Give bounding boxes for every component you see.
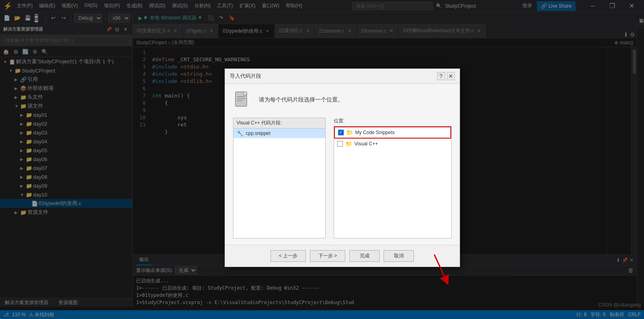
dialog-title-bar: 导入代码片段 ? ✕ [225, 69, 460, 84]
import-snippet-dialog: 导入代码片段 ? ✕ 请为每 [225, 68, 460, 267]
cancel-button[interactable]: 取消 [384, 250, 414, 262]
location-item-my-snippets[interactable]: ✓ 📁 My Code Snippets [334, 126, 451, 139]
snippet-list: 🔧 cpp.snippet [233, 128, 325, 138]
dialog-description: 请为每个代码片段选择一个位置。 [259, 96, 343, 104]
dialog-footer: < 上一步 下一步 > 完成 取消 [225, 245, 460, 267]
snippet-section-label: Visual C++ 代码片段: [233, 118, 325, 128]
snippet-file-icon: 🔧 [237, 130, 244, 137]
dialog-main-content: Visual C++ 代码片段: 🔧 cpp.snippet 位置: [233, 118, 452, 238]
folder-icon: 📁 [346, 129, 353, 136]
snippet-item-name: cpp.snippet [246, 130, 270, 136]
location-checkbox[interactable] [337, 141, 343, 147]
arrow-indicator [426, 251, 458, 291]
location-section-label: 位置: [334, 118, 452, 124]
snippet-list-pane: Visual C++ 代码片段: 🔧 cpp.snippet [233, 118, 326, 238]
location-list: ✓ 📁 My Code Snippets 📁 Visual C++ [334, 126, 452, 238]
location-name: Visual C++ [355, 141, 378, 147]
dialog-top-section: 请为每个代码片段选择一个位置。 [233, 90, 452, 110]
location-list-pane: 位置: ✓ 📁 My Code Snippets 📁 Visual C++ [334, 118, 452, 238]
dialog-file-icon [233, 90, 252, 110]
dialog-close-button[interactable]: ✕ [447, 72, 455, 80]
next-button[interactable]: 下一步 > [310, 250, 345, 262]
snippet-item-cpp[interactable]: 🔧 cpp.snippet [233, 128, 325, 138]
modal-overlay: 导入代码片段 ? ✕ 请为每 [0, 0, 644, 319]
dialog-title: 导入代码片段 [230, 72, 261, 80]
svg-marker-2 [244, 92, 247, 95]
folder-icon: 📁 [345, 141, 352, 147]
location-name: My Code Snippets [355, 130, 395, 135]
dialog-body: 请为每个代码片段选择一个位置。 Visual C++ 代码片段: 🔧 cpp.s… [225, 84, 460, 245]
prev-button[interactable]: < 上一步 [270, 250, 306, 262]
dialog-header-actions: ? ✕ [437, 72, 455, 80]
dialog-help-button[interactable]: ? [437, 72, 445, 80]
finish-button[interactable]: 完成 [349, 250, 380, 262]
location-checkbox[interactable]: ✓ [338, 130, 344, 135]
svg-line-7 [434, 255, 446, 281]
location-item-vcpp[interactable]: 📁 Visual C++ [334, 139, 451, 149]
